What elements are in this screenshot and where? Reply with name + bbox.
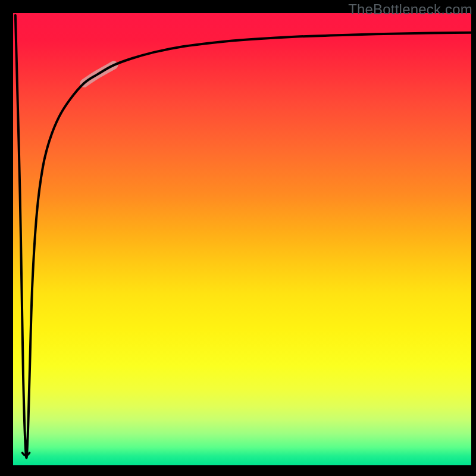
- watermark-text: TheBottleneck.com: [348, 1, 472, 18]
- chart-frame: TheBottleneck.com: [0, 0, 476, 476]
- curve-canvas: [13, 13, 471, 465]
